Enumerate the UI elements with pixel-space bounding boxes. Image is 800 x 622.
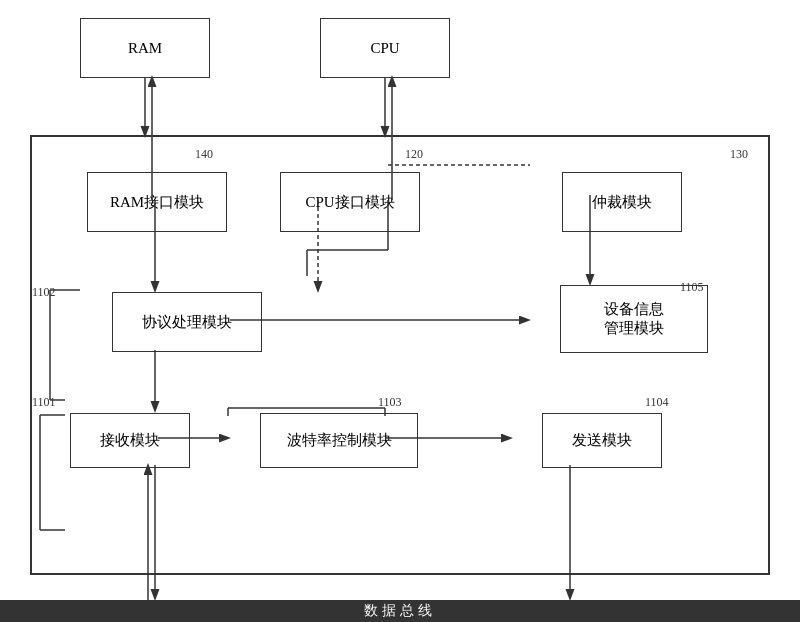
protocol-block: 协议处理模块 <box>112 292 262 352</box>
main-box: RAM接口模块 CPU接口模块 仲裁模块 协议处理模块 设备信息 管理模块 接收… <box>30 135 770 575</box>
ref-120: 120 <box>405 147 423 162</box>
cpu-external-label: CPU <box>370 40 399 57</box>
arbitration-label: 仲裁模块 <box>592 193 652 212</box>
data-bus-bar: 数据总线 <box>0 600 800 622</box>
receive-block: 接收模块 <box>70 413 190 468</box>
ref-1101: 1101 <box>32 395 56 410</box>
diagram: RAM CPU RAM接口模块 CPU接口模块 仲裁模块 协议处理模块 设备信息… <box>0 0 800 622</box>
ref-1104: 1104 <box>645 395 669 410</box>
baud-rate-block: 波特率控制模块 <box>260 413 418 468</box>
ram-external-block: RAM <box>80 18 210 78</box>
baud-rate-label: 波特率控制模块 <box>287 431 392 450</box>
ref-1105: 1105 <box>680 280 704 295</box>
device-info-block: 设备信息 管理模块 <box>560 285 708 353</box>
protocol-label: 协议处理模块 <box>142 313 232 332</box>
cpu-interface-label: CPU接口模块 <box>305 193 394 212</box>
cpu-external-block: CPU <box>320 18 450 78</box>
send-label: 发送模块 <box>572 431 632 450</box>
ram-interface-block: RAM接口模块 <box>87 172 227 232</box>
data-bus-label: 数据总线 <box>364 602 436 620</box>
ref-1103: 1103 <box>378 395 402 410</box>
device-info-label: 设备信息 管理模块 <box>604 300 664 338</box>
ram-external-label: RAM <box>128 40 162 57</box>
receive-label: 接收模块 <box>100 431 160 450</box>
cpu-interface-block: CPU接口模块 <box>280 172 420 232</box>
send-block: 发送模块 <box>542 413 662 468</box>
ref-140: 140 <box>195 147 213 162</box>
ref-130: 130 <box>730 147 748 162</box>
ram-interface-label: RAM接口模块 <box>110 193 204 212</box>
ref-1102: 1102 <box>32 285 56 300</box>
arbitration-block: 仲裁模块 <box>562 172 682 232</box>
